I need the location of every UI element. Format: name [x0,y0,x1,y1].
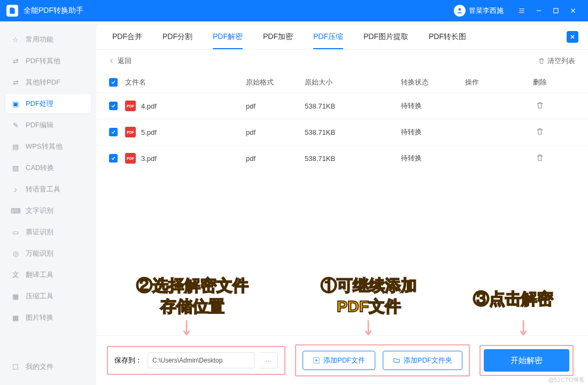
folder-icon: ☐ [11,362,20,372]
row-checkbox[interactable] [109,154,118,163]
footer: 保存到： ··· 添加PDF文件 添加PDF文件夹 开始解密 [96,335,588,385]
file-name: 5.pdf [141,128,157,136]
sidebar-item-ocr[interactable]: ⌨文字识别 [5,201,91,220]
convert-icon: ⇄ [11,56,20,66]
plus-icon [313,357,320,364]
sidebar-item-cad[interactable]: ▧CAD转换 [5,158,91,178]
delete-button[interactable] [524,101,556,111]
back-button[interactable]: 返回 [109,56,131,66]
file-size: 538.71KB [305,102,401,110]
sidebar-item-image[interactable]: ▩图片转换 [5,308,91,327]
start-button[interactable]: 开始解密 [484,349,569,372]
file-name: 4.pdf [141,102,157,110]
col-size: 原始大小 [305,78,401,87]
add-group: 添加PDF文件 添加PDF文件夹 [295,344,470,376]
titlebar: 全能PDF转换助手 冒菜李西施 [0,0,588,21]
user-area[interactable]: 冒菜李西施 [454,5,504,17]
add-folder-button[interactable]: 添加PDF文件夹 [383,351,462,370]
file-name: 3.pdf [141,155,157,163]
main-panel: PDF合并 PDF分割 PDF解密 PDF加密 PDF压缩 PDF图片提取 PD… [96,25,588,385]
tab-decrypt[interactable]: PDF解密 [213,32,243,49]
sidebar-item-pdf-process[interactable]: ▣PDF处理 [5,94,91,113]
file-format: pdf [246,102,305,110]
save-to-label: 保存到： [114,356,142,365]
sidebar-item-common[interactable]: ☆常用功能 [5,30,91,49]
row-checkbox[interactable] [109,128,118,136]
annotation-1: ①可继续添加 PDF文件 [289,275,449,317]
tab-compress[interactable]: PDF压缩 [313,32,343,49]
tab-merge[interactable]: PDF合并 [112,32,142,49]
browse-button[interactable]: ··· [260,352,278,368]
maximize-button[interactable] [547,0,564,21]
table-header: 文件名 原始格式 原始大小 转换状态 操作 删除 [96,72,588,93]
start-group: 开始解密 [479,345,574,376]
minimize-button[interactable] [530,0,547,21]
edit-icon: ✎ [11,120,20,130]
ticket-icon: ▭ [11,227,20,237]
svg-rect-1 [554,9,558,13]
file-status: 待转换 [401,127,465,137]
zip-icon: ▦ [11,291,20,301]
star-icon: ☆ [11,35,20,44]
sidebar-item-wps[interactable]: ▤WPS转其他 [5,137,91,156]
table-row: 5.pdfpdf538.71KB待转换 [96,119,588,145]
file-status: 待转换 [401,101,465,111]
delete-button[interactable] [524,127,556,137]
sidebar-item-other-to-pdf[interactable]: ⇄其他转PDF [5,73,91,92]
col-name: 文件名 [118,78,246,87]
add-file-button[interactable]: 添加PDF文件 [303,351,375,370]
app-title: 全能PDF转换助手 [24,6,83,16]
app-logo [6,5,18,17]
annotation-2: ②选择解密文件 存储位置 [91,275,294,317]
image-icon: ▩ [11,313,20,322]
folder-icon [393,357,400,364]
wps-icon: ▤ [11,142,20,151]
file-size: 538.71KB [305,155,401,163]
tab-encrypt[interactable]: PDF加密 [263,32,293,49]
tab-longimg[interactable]: PDF转长图 [429,32,466,49]
col-op: 操作 [465,78,524,87]
sidebar-item-audio[interactable]: ♪转语音工具 [5,180,91,199]
file-status: 待转换 [401,153,465,163]
menu-button[interactable] [513,0,530,21]
close-button[interactable] [564,0,582,21]
watermark: @51CTO博客 [548,376,585,384]
save-path-input[interactable] [148,352,254,368]
sidebar-item-ticket[interactable]: ▭票证识别 [5,222,91,242]
svg-point-0 [459,8,461,11]
avatar [454,5,466,17]
pdf-file-icon [125,127,136,137]
col-del: 删除 [524,78,556,87]
sidebar-item-pdf-edit[interactable]: ✎PDF编辑 [5,116,91,135]
tab-extract[interactable]: PDF图片提取 [363,32,408,49]
tab-bar: PDF合并 PDF分割 PDF解密 PDF加密 PDF压缩 PDF图片提取 PD… [96,25,588,50]
tab-split[interactable]: PDF分割 [163,32,192,49]
clear-list-button[interactable]: 清空列表 [538,56,575,66]
file-format: pdf [246,128,305,136]
scan-icon: ◎ [11,249,20,258]
file-format: pdf [246,155,305,163]
close-tab-button[interactable] [567,31,578,43]
col-format: 原始格式 [246,78,305,87]
sidebar-item-compress[interactable]: ▦压缩工具 [5,287,91,306]
save-location-group: 保存到： ··· [107,346,285,375]
pdf-file-icon [125,153,136,164]
sidebar-item-pdf-to-other[interactable]: ⇄PDF转其他 [5,51,91,71]
sidebar-item-all-ocr[interactable]: ◎万能识别 [5,244,91,263]
sidebar-item-my-files[interactable]: ☐我的文件 [5,357,91,376]
trash-icon [538,57,545,65]
ocr-icon: ⌨ [11,206,20,215]
sidebar-item-translate[interactable]: 文翻译工具 [5,265,91,284]
table-row: 4.pdfpdf538.71KB待转换 [96,93,588,119]
pdf-file-icon [125,101,136,111]
file-size: 538.71KB [305,128,401,136]
row-checkbox[interactable] [109,102,118,110]
chevron-left-icon [109,58,114,64]
sidebar: ☆常用功能 ⇄PDF转其他 ⇄其他转PDF ▣PDF处理 ✎PDF编辑 ▤WPS… [0,21,96,385]
cad-icon: ▧ [11,163,20,173]
delete-button[interactable] [524,153,556,164]
select-all-checkbox[interactable] [109,78,118,87]
convert-icon: ⇄ [11,78,20,87]
pdf-icon: ▣ [11,99,20,109]
username: 冒菜李西施 [469,6,504,16]
